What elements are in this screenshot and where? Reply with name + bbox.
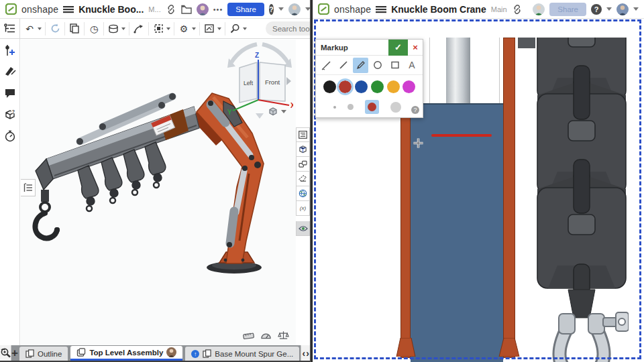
structure-tree-icon[interactable]: [0, 19, 20, 39]
paste-icon[interactable]: [68, 23, 80, 35]
measure-icon[interactable]: [229, 23, 241, 35]
crosshair-cursor: [413, 138, 423, 148]
help-chevron-icon[interactable]: [278, 7, 284, 11]
right-panel-rail: (x): [296, 39, 310, 345]
history-icon[interactable]: ◷: [88, 23, 100, 35]
feature-list-panel-icon[interactable]: [296, 127, 310, 142]
user-avatar[interactable]: [616, 3, 629, 15]
branch-label[interactable]: Main: [491, 5, 507, 13]
color-yellow[interactable]: [387, 80, 400, 93]
mate-icon[interactable]: [133, 23, 145, 35]
folder-icon[interactable]: [181, 4, 192, 15]
tab-outline[interactable]: Outline: [19, 347, 68, 361]
hydraulic-cylinder: [446, 38, 470, 104]
document-title[interactable]: Knuckle Boom Crane: [391, 4, 486, 15]
configurations-icon[interactable]: (x): [296, 201, 310, 216]
color-magenta[interactable]: [402, 80, 415, 93]
undo-chevron-icon[interactable]: [38, 27, 42, 30]
tab-avatar: [166, 347, 176, 357]
search-tools-input[interactable]: [266, 21, 311, 36]
text-tool-icon[interactable]: A: [405, 58, 420, 73]
select-chevron-icon[interactable]: [166, 27, 170, 30]
hamburger-menu-icon[interactable]: [376, 4, 386, 15]
link-icon[interactable]: [512, 4, 523, 15]
link-icon[interactable]: [166, 4, 176, 15]
app-name: onshape: [21, 4, 58, 15]
branch-label[interactable]: M...: [148, 5, 160, 13]
ellipse-tool-icon[interactable]: [370, 58, 386, 73]
comment-icon[interactable]: [4, 87, 16, 99]
material-globe-icon[interactable]: [296, 186, 310, 201]
appearance-icon[interactable]: [4, 66, 16, 78]
more-menu[interactable]: •••: [213, 5, 223, 13]
user-avatar[interactable]: [288, 3, 301, 15]
variables-icon[interactable]: [4, 44, 16, 56]
insert-chevron-icon[interactable]: [121, 27, 125, 30]
user-menu-chevron-icon[interactable]: [633, 7, 639, 11]
gears-icon[interactable]: ⚙: [178, 23, 190, 35]
tab-top-level-assembly[interactable]: Top Level Assembly: [70, 346, 182, 361]
mass-scale-icon[interactable]: [278, 330, 289, 340]
gauge-icon[interactable]: [260, 330, 272, 340]
share-button[interactable]: Share: [227, 3, 264, 16]
color-green[interactable]: [371, 80, 384, 93]
freehand-tool-icon[interactable]: [319, 58, 334, 73]
part-help-icon[interactable]: ?: [4, 109, 16, 121]
next-tabs-button[interactable]: ›: [306, 348, 309, 359]
crane-column-panel: [411, 103, 503, 362]
size-xlarge[interactable]: [390, 102, 401, 113]
collaborator-avatar[interactable]: [533, 3, 545, 15]
right-3d-viewport[interactable]: .rail-foot{position:absolute;bottom:8px;…: [313, 19, 644, 362]
help-chevron-icon[interactable]: [606, 7, 612, 11]
markup-help-icon[interactable]: ?: [411, 106, 419, 114]
help-icon[interactable]: ?: [269, 4, 274, 15]
view-options-chevron-icon: [281, 110, 286, 113]
rectangle-tool-icon[interactable]: [387, 58, 402, 73]
size-small[interactable]: [333, 106, 336, 109]
markup-close-button[interactable]: ×: [408, 40, 423, 56]
app-name: onshape: [334, 4, 371, 15]
size-medium[interactable]: [347, 104, 354, 110]
left-onshape-window: onshape Knuckle Boo... M... ••• Share ? …: [0, 0, 311, 362]
eraser-panel-icon[interactable]: [296, 172, 310, 186]
line-tool-icon[interactable]: [336, 58, 352, 73]
help-icon[interactable]: ?: [591, 4, 602, 15]
color-blue[interactable]: [355, 80, 368, 93]
assembly-tab-icon: [76, 348, 86, 357]
collaborator-avatar[interactable]: [197, 3, 209, 15]
svg-text:X: X: [290, 102, 293, 109]
tab-label: Outline: [38, 350, 62, 358]
drawing-chevron-icon[interactable]: [217, 27, 221, 30]
instances-flyout-handle[interactable]: [21, 179, 36, 196]
pencil-tool-icon-selected[interactable]: [353, 58, 368, 73]
select-group-icon[interactable]: [152, 23, 164, 35]
color-red-selected[interactable]: [339, 80, 352, 93]
tab-base-mount-spur-gear[interactable]: ↑ Base Mount Spur Ge...: [185, 347, 299, 361]
user-menu-chevron-icon[interactable]: [305, 7, 311, 11]
gears-chevron-icon[interactable]: [192, 27, 196, 30]
insert-part-icon[interactable]: [107, 23, 119, 35]
refresh-icon[interactable]: [49, 23, 61, 35]
markup-colors-row: [316, 75, 423, 98]
parts-panel-icon[interactable]: [296, 157, 310, 172]
measure-chevron-icon[interactable]: [243, 27, 247, 30]
drawing-icon[interactable]: [203, 23, 215, 35]
cube-icon: [268, 107, 278, 117]
history-stopwatch-icon[interactable]: [4, 130, 16, 142]
svg-text:?: ?: [11, 109, 14, 114]
bom-panel-icon[interactable]: [296, 142, 310, 157]
search-in-document-icon[interactable]: [0, 345, 11, 361]
hamburger-menu-icon[interactable]: [63, 4, 74, 15]
add-tab-button[interactable]: +: [11, 345, 18, 361]
named-views-eye-icon[interactable]: [296, 221, 310, 236]
color-black[interactable]: [323, 80, 336, 93]
prev-tabs-button[interactable]: ‹: [302, 348, 305, 359]
ruler-icon[interactable]: [243, 330, 254, 340]
size-large-selected[interactable]: [365, 100, 379, 114]
left-3d-viewport[interactable]: Z Y X Left Front: [21, 40, 296, 345]
markup-confirm-button[interactable]: ✓: [388, 40, 408, 56]
undo-icon[interactable]: ↶: [23, 23, 36, 35]
document-title[interactable]: Knuckle Boo...: [78, 4, 144, 15]
view-options-button[interactable]: [268, 107, 286, 117]
column-housing-edge: [499, 38, 500, 104]
